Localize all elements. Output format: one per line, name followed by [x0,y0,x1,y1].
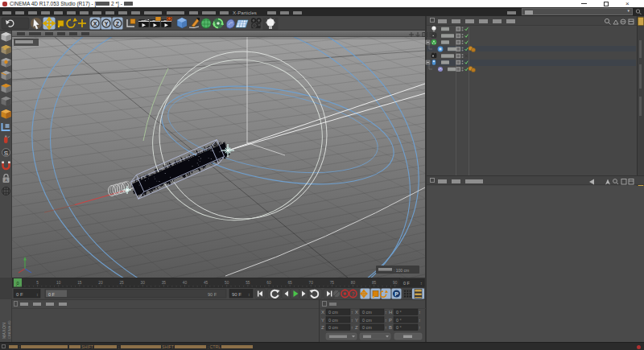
svg-text:0 cm: 0 cm [362,310,372,315]
svg-text:X: X [93,21,97,27]
svg-text:0: 0 [16,281,19,286]
svg-text:0 cm: 0 cm [362,318,372,323]
svg-text:CINEMA 4D: CINEMA 4D [7,320,11,339]
svg-text:35: 35 [162,281,167,285]
svg-text:↕: ↕ [385,310,387,315]
svg-text:↕: ↕ [419,325,421,330]
svg-text:Y: Y [355,318,358,323]
svg-text:↕: ↕ [385,318,387,323]
svg-text:25: 25 [119,281,124,285]
svg-text:45: 45 [204,281,208,285]
svg-text:0 cm: 0 cm [362,325,372,330]
svg-text:Z: Z [116,21,120,27]
svg-text:↕: ↕ [248,292,250,297]
svg-text:?: ? [352,291,355,297]
svg-text:P: P [389,318,392,323]
svg-text:0 °: 0 ° [396,318,402,323]
svg-text:0 F: 0 F [403,281,411,286]
svg-text:5: 5 [36,281,39,285]
svg-text:90 F: 90 F [208,292,217,297]
svg-text:S: S [4,150,8,157]
svg-text:20: 20 [98,281,103,285]
svg-text:A: A [5,178,8,183]
svg-text:0 cm: 0 cm [328,318,338,323]
svg-text:10: 10 [56,281,61,285]
svg-text:↕: ↕ [419,310,421,315]
svg-text:↕: ↕ [351,318,353,323]
svg-text:90 F: 90 F [232,292,242,297]
svg-text:Y: Y [321,318,324,323]
svg-text:30: 30 [141,281,146,285]
svg-text:Y: Y [105,21,109,27]
svg-text:↕: ↕ [385,325,387,330]
svg-text:75: 75 [330,281,335,285]
svg-text:85: 85 [372,281,377,285]
svg-text:0 F: 0 F [48,292,56,297]
svg-text:↕: ↕ [419,318,421,323]
svg-text:B: B [389,325,392,330]
svg-text:0 °: 0 ° [396,325,402,330]
svg-text:↕: ↕ [36,292,39,297]
svg-text:↕: ↕ [351,325,353,330]
svg-text:40: 40 [183,281,188,285]
svg-text:50: 50 [225,281,229,285]
svg-text:90: 90 [393,281,398,285]
svg-text:: 100 cm: : 100 cm [394,268,409,273]
svg-text:70: 70 [309,281,314,285]
svg-text:↕: ↕ [351,310,353,315]
svg-text:65: 65 [287,281,292,285]
svg-text:↕: ↕ [420,281,423,286]
svg-text:60: 60 [266,281,271,285]
svg-text:0 cm: 0 cm [328,325,338,330]
svg-text:15: 15 [77,281,82,285]
svg-text:X: X [321,310,324,315]
svg-text:H: H [389,310,392,315]
svg-text:55: 55 [246,281,250,285]
svg-text:0 F: 0 F [16,292,23,297]
svg-text:0 cm: 0 cm [328,310,338,315]
svg-text:Z: Z [321,325,324,330]
svg-text:X: X [355,310,358,315]
svg-text:80: 80 [351,281,356,285]
svg-text:Z: Z [355,325,358,330]
svg-text:P: P [394,291,398,297]
svg-text:MAXON: MAXON [2,323,6,339]
svg-text:0 °: 0 ° [396,310,402,315]
